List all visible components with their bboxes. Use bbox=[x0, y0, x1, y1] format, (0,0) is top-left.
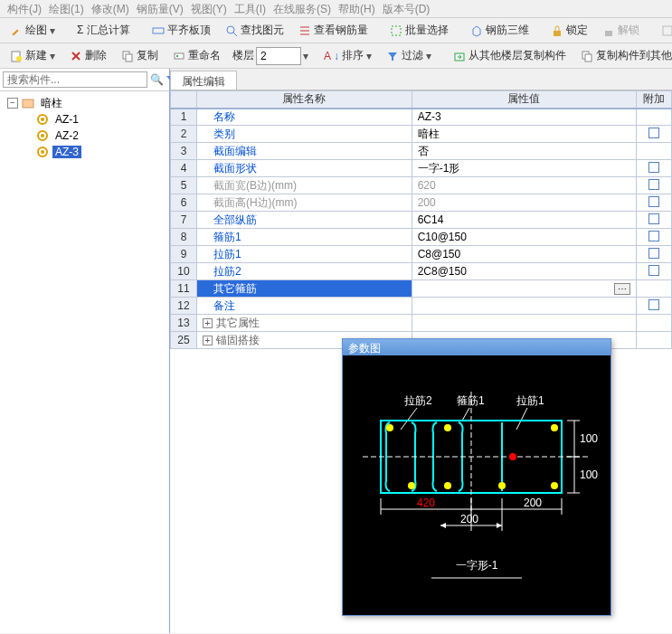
filter-button[interactable]: 过滤 ▾ bbox=[380, 45, 438, 66]
property-extra[interactable] bbox=[636, 143, 671, 160]
expand-icon[interactable]: + bbox=[203, 318, 213, 328]
view-2d-button[interactable]: 二维 ▾ bbox=[655, 20, 672, 41]
preview-window[interactable]: 参数图 拉筋2 箍筋1 拉筋1 bbox=[342, 338, 611, 616]
tree-root[interactable]: − 暗柱 bbox=[4, 95, 166, 111]
col-header-name[interactable]: 属性名称 bbox=[196, 91, 412, 109]
menu-item[interactable]: 绘图(1) bbox=[45, 0, 88, 17]
property-value[interactable]: 2C8@150 bbox=[412, 263, 636, 280]
property-value[interactable]: 6C14 bbox=[412, 212, 636, 229]
col-header-extra[interactable]: 附加 bbox=[636, 91, 671, 109]
more-button[interactable]: ⋯ bbox=[614, 283, 630, 295]
property-value[interactable]: C8@150 bbox=[412, 246, 636, 263]
property-row[interactable]: 9拉筋1C8@150 bbox=[171, 246, 672, 263]
copy-from-button[interactable]: 从其他楼层复制构件 bbox=[447, 45, 573, 66]
lock-button[interactable]: 锁定 bbox=[544, 20, 594, 41]
find-elem-button[interactable]: 查找图元 bbox=[219, 20, 290, 41]
property-value[interactable]: AZ-3 bbox=[412, 109, 636, 126]
property-name[interactable]: 名称 bbox=[196, 109, 412, 126]
row-header[interactable]: 7 bbox=[171, 212, 197, 229]
property-row[interactable]: 8箍筋1C10@150 bbox=[171, 229, 672, 246]
search-icon[interactable]: 🔍 bbox=[150, 73, 163, 86]
steel-view-button[interactable]: 查看钢筋量 bbox=[292, 20, 374, 41]
checkbox[interactable] bbox=[648, 231, 659, 241]
property-extra[interactable] bbox=[636, 177, 671, 194]
checkbox[interactable] bbox=[648, 213, 659, 224]
property-row[interactable]: 5截面宽(B边)(mm)620 bbox=[171, 177, 672, 194]
property-name[interactable]: 全部纵筋 bbox=[196, 212, 412, 229]
row-header[interactable]: 10 bbox=[171, 263, 197, 280]
property-value[interactable] bbox=[412, 298, 636, 315]
menu-item[interactable]: 帮助(H) bbox=[335, 0, 379, 17]
collapse-icon[interactable]: − bbox=[7, 98, 18, 109]
property-row[interactable]: 3截面编辑否 bbox=[171, 143, 672, 160]
checkbox[interactable] bbox=[648, 196, 659, 207]
new-button[interactable]: 新建 ▾ bbox=[4, 45, 62, 66]
copy-to-button[interactable]: 复制构件到其他楼层 bbox=[574, 45, 672, 66]
tree-item[interactable]: AZ-1 bbox=[4, 111, 166, 128]
row-header[interactable]: 6 bbox=[171, 194, 197, 212]
row-header[interactable]: 1 bbox=[171, 109, 197, 126]
row-header[interactable]: 12 bbox=[171, 298, 197, 315]
property-value[interactable]: ⋯ bbox=[412, 280, 636, 298]
property-extra[interactable] bbox=[636, 229, 671, 246]
checkbox[interactable] bbox=[648, 179, 659, 190]
checkbox[interactable] bbox=[648, 265, 659, 276]
property-extra[interactable] bbox=[636, 212, 671, 229]
tab-properties[interactable]: 属性编辑 bbox=[170, 71, 237, 90]
property-name[interactable]: 备注 bbox=[196, 298, 412, 315]
menu-item[interactable]: 工具(I) bbox=[231, 0, 270, 17]
search-input[interactable] bbox=[3, 71, 147, 88]
property-name[interactable]: 截面形状 bbox=[196, 160, 412, 177]
property-row[interactable]: 2类别暗柱 bbox=[171, 126, 672, 143]
property-extra[interactable] bbox=[636, 280, 671, 298]
floor-input[interactable] bbox=[256, 47, 301, 65]
property-name[interactable]: 拉筋1 bbox=[196, 246, 412, 263]
sort-button[interactable]: A↓ 排序 ▾ bbox=[317, 45, 378, 66]
property-row[interactable]: 7全部纵筋6C14 bbox=[171, 212, 672, 229]
checkbox[interactable] bbox=[648, 162, 659, 173]
property-extra[interactable] bbox=[636, 298, 671, 315]
preview-title-bar[interactable]: 参数图 bbox=[343, 339, 610, 355]
dropdown-icon[interactable]: ▾ bbox=[303, 50, 308, 62]
checkbox[interactable] bbox=[648, 128, 659, 138]
property-value[interactable]: 否 bbox=[412, 143, 636, 160]
expand-icon[interactable]: + bbox=[203, 336, 213, 345]
property-group-row[interactable]: 13+其它属性 bbox=[171, 315, 672, 332]
property-value[interactable]: C10@150 bbox=[412, 229, 636, 246]
row-header[interactable]: 3 bbox=[171, 143, 197, 160]
property-extra[interactable] bbox=[636, 126, 671, 143]
row-header[interactable]: 9 bbox=[171, 246, 197, 263]
steel-3d-button[interactable]: 钢筋三维 bbox=[464, 20, 535, 41]
property-row[interactable]: 11其它箍筋⋯ bbox=[171, 280, 672, 298]
menu-item[interactable]: 视图(Y) bbox=[187, 0, 231, 17]
copy-button[interactable]: 复制 bbox=[115, 45, 165, 66]
property-extra[interactable] bbox=[636, 194, 671, 212]
property-extra[interactable] bbox=[636, 246, 671, 263]
row-header[interactable]: 25 bbox=[171, 332, 197, 349]
draw-button[interactable]: 绘图 ▾ bbox=[4, 20, 62, 41]
property-value[interactable]: 暗柱 bbox=[412, 126, 636, 143]
property-name[interactable]: 截面宽(B边)(mm) bbox=[196, 177, 412, 194]
batch-select-button[interactable]: 批量选择 bbox=[383, 20, 455, 41]
property-row[interactable]: 6截面高(H边)(mm)200 bbox=[171, 194, 672, 212]
property-value[interactable]: 620 bbox=[412, 177, 636, 194]
property-row[interactable]: 10拉筋22C8@150 bbox=[171, 263, 672, 280]
menu-item[interactable]: 版本号(D) bbox=[379, 0, 434, 17]
property-value[interactable]: 一字-1形 bbox=[412, 160, 636, 177]
row-header[interactable]: 8 bbox=[171, 229, 197, 246]
tree-item[interactable]: AZ-2 bbox=[4, 128, 166, 144]
tree-item[interactable]: AZ-3 bbox=[4, 144, 166, 160]
property-row[interactable]: 1名称AZ-3 bbox=[171, 109, 672, 126]
flat-button[interactable]: 平齐板顶 bbox=[146, 20, 217, 41]
row-header[interactable]: 11 bbox=[171, 280, 197, 298]
row-header[interactable]: 5 bbox=[171, 177, 197, 194]
col-header-value[interactable]: 属性值 bbox=[412, 91, 636, 109]
property-name[interactable]: 截面高(H边)(mm) bbox=[196, 194, 412, 212]
property-extra[interactable] bbox=[636, 263, 671, 280]
property-name[interactable]: 箍筋1 bbox=[196, 229, 412, 246]
property-extra[interactable] bbox=[636, 160, 671, 177]
property-name[interactable]: 类别 bbox=[196, 126, 412, 143]
property-group-name[interactable]: +其它属性 bbox=[196, 315, 412, 332]
property-row[interactable]: 12备注 bbox=[171, 298, 672, 315]
delete-button[interactable]: 删除 bbox=[63, 45, 113, 66]
